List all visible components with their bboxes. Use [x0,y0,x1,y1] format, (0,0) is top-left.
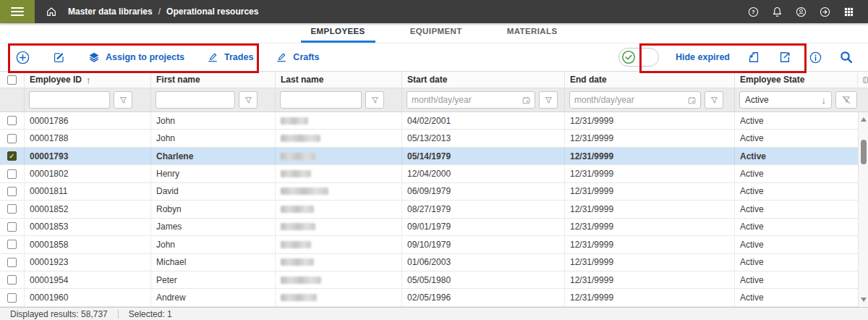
help-icon: ? [747,6,760,18]
column-header-last-name[interactable]: Last name [275,72,401,88]
column-header-start-date[interactable]: Start date [401,72,564,88]
last-name-filter-input[interactable] [280,91,362,109]
add-icon [15,50,30,65]
edit-button[interactable] [52,51,66,64]
first-name-filter-input[interactable] [156,91,235,109]
hamburger-menu-button[interactable] [0,0,35,23]
select-all-checkbox[interactable] [7,75,17,85]
employee-id-cell: 00001960 [24,289,150,306]
last-name-filter-button[interactable] [365,91,384,109]
app-window: Master data libraries / Operational reso… [0,0,868,320]
clear-filter-button[interactable] [835,91,857,109]
start-date-filter-button[interactable] [539,91,558,109]
add-button[interactable] [15,50,30,65]
table-row[interactable]: 00001811 David 06/09/1979 12/31/9999 Act… [0,183,858,201]
dropdown-arrow-icon: ↓ [822,95,827,106]
table-row[interactable]: 00001852 Robyn 08/27/1979 12/31/9999 Act… [0,201,858,218]
row-checkbox[interactable] [7,222,17,232]
trades-button[interactable]: Trades [206,51,253,64]
employee-id-cell: 00001811 [24,183,150,200]
info-button[interactable] [809,51,822,64]
employee-state-cell: Active [734,165,858,182]
edit-icon [52,51,66,64]
employee-id-filter-button[interactable] [114,91,132,109]
launch-button[interactable] [813,0,837,23]
scroll-up-button[interactable] [859,114,868,125]
toolbar-left-group: Assign to projects Trades Crafts [0,50,319,65]
row-checkbox-cell [0,289,24,306]
column-header-end-date[interactable]: End date [564,72,734,88]
column-chooser-button[interactable] [857,72,868,88]
table-row[interactable]: 00001853 James 09/01/1979 12/31/9999 Act… [0,219,858,236]
crafts-button[interactable]: Crafts [275,51,319,64]
filter-cell-employee-state: Active ↓ [734,88,868,111]
last-name-cell [275,254,401,271]
row-checkbox[interactable] [7,240,17,249]
tab-materials[interactable]: MATERIALS [497,27,568,43]
column-header-employee-state[interactable]: Employee State [734,72,857,88]
start-date-filter-input[interactable] [407,91,535,109]
scrollbar-thumb[interactable] [861,140,867,164]
table-row[interactable]: 00001858 John 09/10/1979 12/31/9999 Acti… [0,236,858,253]
start-date-cell: 02/05/1996 [401,289,564,306]
hide-expired-label[interactable]: Hide expired [676,52,730,62]
row-checkbox[interactable] [7,258,17,267]
table-row[interactable]: 00001923 Michael 01/06/2003 12/31/9999 A… [0,254,858,271]
row-checkbox[interactable] [7,275,17,285]
sort-ascending-icon[interactable]: ↑ [86,75,91,85]
export-icon [778,50,792,64]
employee-state-cell: Active [734,271,858,288]
end-date-cell: 12/31/9999 [564,289,734,306]
home-button[interactable] [35,0,68,23]
funnel-icon [370,96,380,105]
row-checkbox[interactable] [7,116,17,125]
row-checkbox[interactable] [7,204,17,214]
row-checkbox-cell [0,130,24,146]
table-row[interactable]: 00001954 Peter 05/05/1980 12/31/9999 Act… [0,271,858,289]
tab-equipment[interactable]: EQUIPMENT [400,27,472,43]
row-checkbox[interactable] [7,134,17,143]
breadcrumb-section[interactable]: Master data libraries [68,7,153,17]
account-button[interactable] [789,0,813,23]
table-row[interactable]: 00001786 John 04/02/2001 12/31/9999 Acti… [0,112,858,130]
end-date-cell: 12/31/9999 [564,236,734,253]
last-name-cell [275,112,401,129]
tab-employees[interactable]: EMPLOYEES [301,27,375,43]
row-checkbox[interactable] [7,293,17,303]
breadcrumb-page: Operational resources [166,7,258,17]
table-row[interactable]: ✓ 00001793 Charlene 05/14/1979 12/31/999… [0,148,858,165]
row-checkbox[interactable] [7,187,17,196]
end-date-cell: 12/31/9999 [564,271,734,288]
table-row[interactable]: 00001802 Henry 12/04/2000 12/31/9999 Act… [0,165,858,182]
column-chooser-icon [863,75,868,85]
start-date-cell: 09/01/1979 [401,219,564,235]
last-name-cell [275,183,401,200]
help-button[interactable]: ? [741,0,765,23]
end-date-cell: 12/31/9999 [564,183,734,200]
end-date-filter-button[interactable] [705,91,723,109]
apps-grid-button[interactable] [837,0,861,23]
employee-state-cell: Active [734,254,858,271]
row-checkbox[interactable]: ✓ [7,151,17,161]
employee-id-filter-input[interactable] [29,91,110,109]
first-name-filter-button[interactable] [239,91,258,109]
row-checkbox-cell [0,219,24,235]
row-checkbox[interactable] [7,169,17,179]
scroll-down-button[interactable] [859,295,868,305]
info-icon [809,51,822,64]
hide-expired-toggle[interactable] [618,48,659,67]
import-button[interactable] [746,50,761,64]
notifications-button[interactable] [765,0,789,23]
employee-state-select[interactable]: Active ↓ [739,91,832,109]
column-header-first-name[interactable]: First name [150,72,275,88]
search-button[interactable] [839,50,854,64]
vertical-scrollbar[interactable] [858,112,868,307]
masked-last-name [281,241,311,248]
funnel-icon [119,96,128,105]
column-header-employee-id[interactable]: Employee ID↑ [24,72,150,88]
end-date-filter-input[interactable] [569,91,701,109]
assign-to-projects-button[interactable]: Assign to projects [88,51,184,64]
table-row[interactable]: 00001788 John 05/13/2013 12/31/9999 Acti… [0,130,858,147]
table-row[interactable]: 00001960 Andrew 02/05/1996 12/31/9999 Ac… [0,289,858,306]
export-button[interactable] [778,50,792,64]
